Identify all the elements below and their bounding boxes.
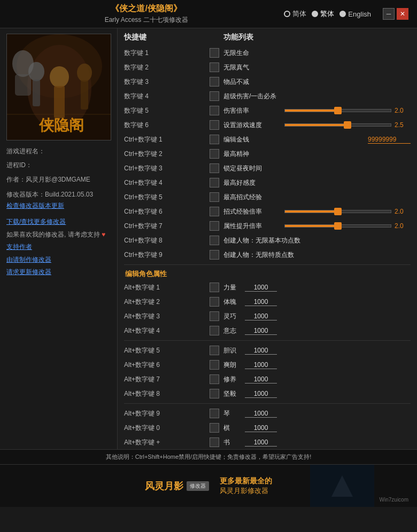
cheat-checkbox[interactable]: [210, 120, 219, 130]
svg-point-5: [50, 66, 69, 88]
cheat-row: 数字键 6设置游戏速度2.5: [124, 119, 411, 131]
lang-english[interactable]: English: [339, 10, 371, 18]
attr-checkbox[interactable]: [210, 423, 219, 433]
key-label: Ctrl+数字键 7: [124, 222, 210, 231]
cheat-slider[interactable]: [284, 109, 391, 112]
cheat-checkbox[interactable]: [210, 207, 219, 216]
cheat-checkbox[interactable]: [210, 106, 219, 115]
attr-checkbox[interactable]: [210, 283, 219, 292]
attr-input[interactable]: [245, 390, 277, 398]
cheat-row: 数字键 1无限生命: [124, 46, 411, 59]
lang-traditional-label: 繁体: [320, 9, 334, 19]
cheat-row: 数字键 5伤害倍率2.0: [124, 104, 411, 117]
cheat-checkbox[interactable]: [210, 91, 219, 101]
attr-key-label: Alt+数字键 +: [124, 438, 210, 447]
edit-section-title: 编辑角色属性: [124, 269, 411, 279]
attr-row: Alt+数字键 4意志: [124, 324, 411, 337]
attr-input[interactable]: [245, 284, 277, 292]
attr-name: 书: [223, 438, 245, 447]
func-col-header: 功能列表: [223, 33, 253, 42]
attr-input[interactable]: [245, 327, 277, 335]
cheat-checkbox[interactable]: [210, 135, 219, 144]
attr-row: Alt+数字键 6爽朗: [124, 358, 411, 371]
cheat-slider[interactable]: [284, 210, 391, 213]
key-label: Ctrl+数字键 9: [124, 251, 210, 260]
separator-1: [124, 264, 411, 265]
attr-checkbox[interactable]: [210, 409, 219, 418]
cheat-input[interactable]: [368, 136, 411, 144]
game-art-svg: 侠隐阁: [7, 34, 111, 140]
attr-input[interactable]: [245, 312, 277, 320]
slider-value: 2.0: [395, 222, 411, 230]
attr-checkbox[interactable]: [210, 311, 219, 321]
lang-simplified[interactable]: 简体: [284, 9, 306, 19]
cheat-checkbox[interactable]: [210, 77, 219, 87]
cheat-checkbox[interactable]: [210, 149, 219, 159]
slider-container: 2.0: [284, 222, 411, 230]
attr-checkbox[interactable]: [210, 374, 219, 384]
window-controls: ─ ✕: [383, 8, 408, 20]
attr-key-label: Alt+数字键 0: [124, 424, 210, 433]
attr-input[interactable]: [245, 375, 277, 384]
minimize-button[interactable]: ─: [383, 8, 395, 20]
radio-english: [339, 11, 346, 17]
attr-input[interactable]: [245, 347, 277, 355]
footer-promo1: 更多最新最全的: [220, 476, 272, 486]
title-bar: 《侠之道/侠隐阁》 Early Access 二十七项修改器 简体 繁体 Eng…: [0, 0, 417, 28]
attr-key-label: Alt+数字键 5: [124, 346, 210, 355]
slider-value: 2.5: [395, 121, 411, 129]
attrs-container: Alt+数字键 1力量Alt+数字键 2体魄Alt+数字键 3灵巧Alt+数字键…: [124, 281, 411, 449]
key-col-header: 快捷键: [124, 33, 210, 42]
brand-logo: 风灵月影: [145, 480, 183, 492]
attr-row: Alt+数字键 8坚毅: [124, 387, 411, 400]
attr-input[interactable]: [245, 410, 277, 418]
game-cover-image: 侠隐阁: [6, 34, 111, 140]
attr-checkbox[interactable]: [210, 346, 219, 355]
request-make-link[interactable]: 由请制作修改器: [6, 254, 111, 266]
support-author-link[interactable]: 支持作者: [6, 241, 111, 253]
cheat-checkbox[interactable]: [210, 163, 219, 173]
cheat-checkbox[interactable]: [210, 62, 219, 72]
attr-row: Alt+数字键 9琴: [124, 407, 411, 420]
cheat-checkbox[interactable]: [210, 178, 219, 187]
request-update-link[interactable]: 请求更新修改器: [6, 267, 111, 278]
attr-name: 力量: [223, 283, 245, 292]
attr-checkbox[interactable]: [210, 360, 219, 370]
attr-checkbox[interactable]: [210, 297, 219, 307]
attr-input[interactable]: [245, 439, 277, 447]
content-area: 快捷键 功能列表 数字键 1无限生命数字键 2无限真气数字键 3物品不减数字键 …: [118, 28, 417, 449]
cheat-checkbox[interactable]: [210, 236, 219, 245]
radio-traditional: [312, 11, 318, 17]
cheat-checkbox[interactable]: [210, 48, 219, 58]
attr-name: 坚毅: [223, 389, 245, 398]
content-inner: 快捷键 功能列表 数字键 1无限生命数字键 2无限真气数字键 3物品不减数字键 …: [124, 33, 411, 449]
key-label: Ctrl+数字键 5: [124, 193, 210, 202]
attr-checkbox[interactable]: [210, 389, 219, 398]
attr-key-label: Alt+数字键 1: [124, 283, 210, 292]
watermark: Win7zuicom: [380, 497, 408, 503]
cheat-name: 无限生命: [223, 49, 411, 58]
cheat-checkbox[interactable]: [210, 192, 219, 202]
cheat-name: 招式经验倍率: [223, 207, 284, 216]
cheat-checkbox[interactable]: [210, 250, 219, 260]
download-more-link[interactable]: 下载/查找更多修改器: [6, 216, 111, 228]
key-label: Ctrl+数字键 8: [124, 236, 210, 245]
slider-value: 2.0: [395, 107, 411, 114]
attr-input[interactable]: [245, 424, 277, 432]
cheat-row: 数字键 3物品不减: [124, 75, 411, 88]
attr-input[interactable]: [245, 298, 277, 306]
status-text: 其他说明：Ctrl+Shift+Home禁用/启用快捷键；免责修改器，希望玩家广…: [106, 453, 311, 460]
check-update-link[interactable]: 检查修改器版本更新: [6, 200, 111, 212]
cheat-slider[interactable]: [284, 224, 391, 228]
attr-input[interactable]: [245, 361, 277, 369]
attr-checkbox[interactable]: [210, 326, 219, 335]
close-button[interactable]: ✕: [397, 8, 408, 20]
attr-checkbox[interactable]: [210, 437, 219, 447]
cheat-slider[interactable]: [284, 123, 391, 127]
cheat-checkbox[interactable]: [210, 221, 219, 231]
svg-point-7: [77, 64, 92, 82]
lang-traditional[interactable]: 繁体: [312, 9, 334, 19]
cheat-name: 属性提升倍率: [223, 222, 284, 231]
version-value: Build.2021.05.03: [45, 191, 93, 198]
cheat-row: 数字键 2无限真气: [124, 61, 411, 74]
